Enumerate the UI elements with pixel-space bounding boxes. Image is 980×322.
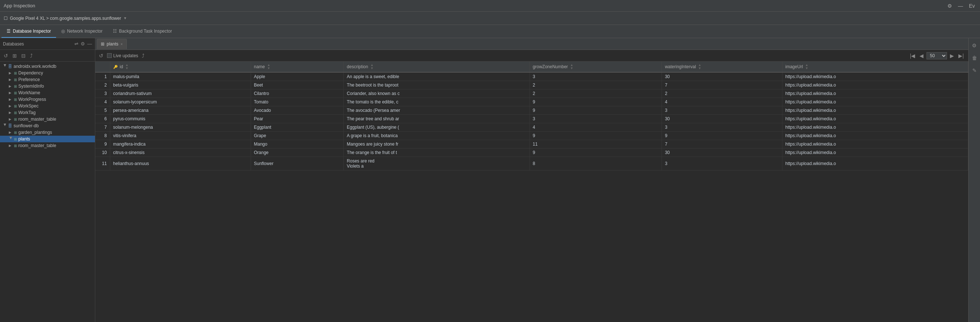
table-item-plants[interactable]: ▶ ⊞ plants [0, 136, 95, 142]
device-selector[interactable]: ☐ Google Pixel 4 XL > com.google.samples… [4, 16, 127, 21]
table-row[interactable]: 10 citrus-x-sinensis Orange The orange i… [95, 148, 968, 157]
cell-growzone: 9 [530, 148, 662, 157]
cell-imageurl: https://upload.wikimedia.o [782, 132, 968, 140]
table-item-room-master-sunflower[interactable]: ▶ ⊞ room_master_table [0, 142, 95, 149]
col-header-id[interactable]: 🔑 id ▲▼ [110, 62, 251, 72]
table-label-worktag: WorkTag [18, 110, 35, 115]
arrow-sunflowerdb: ▶ [3, 124, 7, 128]
cell-rownum: 2 [95, 81, 110, 89]
network-tab-label: Network Inspector [67, 29, 103, 34]
table-item-dependency[interactable]: ▶ ⊞ Dependency [0, 70, 95, 76]
cell-rownum: 3 [95, 89, 110, 98]
table-row[interactable]: 3 coriandrum-sativum Cilantro Coriander,… [95, 89, 968, 98]
table-item-worktag[interactable]: ▶ ⊞ WorkTag [0, 109, 95, 116]
cell-id: solanum-lycopersicum [110, 98, 251, 106]
cell-watering: 4 [662, 98, 783, 106]
query-export-btn[interactable]: ⤴ [141, 52, 145, 59]
right-edit-icon[interactable]: ✎ [971, 66, 978, 75]
sort-arrows-desc: ▲▼ [370, 64, 374, 70]
add-table-btn[interactable]: ⊞ [12, 52, 18, 59]
refresh-btn[interactable]: ↺ [3, 52, 9, 59]
page-size-select[interactable]: 50 100 200 [926, 52, 947, 59]
table-item-systemidinfo[interactable]: ▶ ⊞ SystemIdInfo [0, 83, 95, 89]
table-row[interactable]: 5 persea-americana Avocado The avocado (… [95, 106, 968, 115]
sort-arrows-grow: ▲▼ [570, 64, 574, 70]
device-bar: ☐ Google Pixel 4 XL > com.google.samples… [0, 12, 980, 25]
cell-growzone: 8 [530, 157, 662, 171]
table-tabs: ⊞ plants × [95, 38, 968, 50]
table-row[interactable]: 11 helianthus-annuus Sunflower Roses are… [95, 157, 968, 171]
cell-id: mangifera-indica [110, 140, 251, 148]
right-settings-icon[interactable]: ⚙ [970, 41, 978, 50]
sidebar-toolbar: ↺ ⊞ ⊟ ⤴ [0, 50, 95, 62]
filter-icon[interactable]: ⇌ [75, 41, 78, 46]
col-desc-label: description [347, 64, 368, 69]
export-btn[interactable]: ⤴ [29, 52, 33, 59]
sidebar-settings-icon[interactable]: ⚙ [81, 41, 85, 46]
table-row[interactable]: 9 mangifera-indica Mango Mangoes are jui… [95, 140, 968, 148]
sort-arrows-water: ▲▼ [698, 64, 702, 70]
col-header-description[interactable]: description ▲▼ [344, 62, 530, 72]
table-row[interactable]: 2 beta-vulgaris Beet The beetroot is the… [95, 81, 968, 89]
tab-database-inspector[interactable]: ☰ Database Inspector [2, 25, 56, 38]
col-url-label: imageUrl [785, 64, 803, 69]
table-item-workprogress[interactable]: ▶ ⊞ WorkProgress [0, 96, 95, 103]
run-query-btn[interactable]: ⊟ [21, 52, 26, 59]
db-item-workdb[interactable]: ▶ 🗄 androidx.work.workdb [0, 63, 95, 70]
table-row[interactable]: 7 solanum-melongena Eggplant Eggplant (U… [95, 123, 968, 132]
cell-imageurl: https://upload.wikimedia.o [782, 148, 968, 157]
key-icon: 🔑 [113, 65, 118, 69]
cell-imageurl: https://upload.wikimedia.o [782, 157, 968, 171]
db-item-sunflowerdb[interactable]: ▶ 🗄 sunflower-db [0, 123, 95, 129]
tab-background-task-inspector[interactable]: ☷ Background Task Inspector [108, 25, 177, 38]
cell-rownum: 11 [95, 157, 110, 171]
tab-network-inspector[interactable]: ◎ Network Inspector [56, 25, 108, 38]
close-tab-btn[interactable]: × [121, 42, 123, 46]
sidebar-title: Databases [3, 41, 24, 46]
table-row[interactable]: 4 solanum-lycopersicum Tomato The tomato… [95, 98, 968, 106]
cell-id: helianthus-annuus [110, 157, 251, 171]
col-header-growzone[interactable]: growZoneNumber ▲▼ [530, 62, 662, 72]
prev-page-btn[interactable]: ◀ [918, 52, 925, 59]
col-header-watering[interactable]: wateringInterval ▲▼ [662, 62, 783, 72]
col-header-imageurl[interactable]: imageUrl ▲▼ [782, 62, 968, 72]
table-item-garden-plantings[interactable]: ▶ ⊞ garden_plantings [0, 129, 95, 136]
cell-imageurl: https://upload.wikimedia.o [782, 140, 968, 148]
table-row[interactable]: 6 pyrus-communis Pear The pear tree and … [95, 115, 968, 123]
table-header-row: 🔑 id ▲▼ name ▲▼ [95, 62, 968, 72]
col-header-name[interactable]: name ▲▼ [251, 62, 344, 72]
cell-description: The beetroot is the taproot [344, 81, 530, 89]
cell-name: Orange [251, 148, 344, 157]
table-item-room-master-workdb[interactable]: ▶ ⊞ room_master_table [0, 116, 95, 123]
table-label-workprogress: WorkProgress [18, 97, 46, 102]
collapse-icon[interactable]: — [87, 41, 92, 46]
table-label-room-master-workdb: room_master_table [18, 116, 56, 122]
minimize-icon[interactable]: — [956, 2, 965, 10]
cell-name: Mango [251, 140, 344, 148]
cell-rownum: 6 [95, 115, 110, 123]
sort-arrows-url: ▲▼ [805, 64, 808, 70]
sidebar: Databases ⇌ ⚙ — ↺ ⊞ ⊟ ⤴ ▶ 🗄 androidx.wor… [0, 38, 95, 322]
live-updates-toggle[interactable]: Live updates [107, 53, 138, 58]
last-page-btn[interactable]: ▶| [957, 52, 965, 59]
right-delete-icon[interactable]: 🗑 [970, 54, 978, 62]
table-row[interactable]: 8 vitis-vinifera Grape A grape is a frui… [95, 132, 968, 140]
network-tab-icon: ◎ [61, 29, 65, 34]
table-label-preference: Preference [18, 77, 40, 82]
arrow-workprogress: ▶ [9, 97, 13, 101]
next-page-btn[interactable]: ▶ [948, 52, 955, 59]
more-icon[interactable]: Ev [967, 2, 976, 10]
settings-icon[interactable]: ⚙ [946, 2, 954, 10]
table-row[interactable]: 1 malus-pumila Apple An apple is a sweet… [95, 72, 968, 81]
query-refresh-btn[interactable]: ↺ [98, 52, 104, 59]
arrow-workspec: ▶ [9, 104, 13, 108]
table-item-workspec[interactable]: ▶ ⊞ WorkSpec [0, 103, 95, 109]
table-item-preference[interactable]: ▶ ⊞ Preference [0, 76, 95, 83]
first-page-btn[interactable]: |◀ [908, 52, 917, 59]
arrow-garden-plantings: ▶ [9, 131, 13, 134]
table-item-workname[interactable]: ▶ ⊞ WorkName [0, 89, 95, 96]
live-updates-checkbox[interactable] [107, 53, 112, 58]
table-tab-plants[interactable]: ⊞ plants × [97, 39, 127, 49]
cell-id: citrus-x-sinensis [110, 148, 251, 157]
live-updates-label: Live updates [113, 53, 138, 58]
